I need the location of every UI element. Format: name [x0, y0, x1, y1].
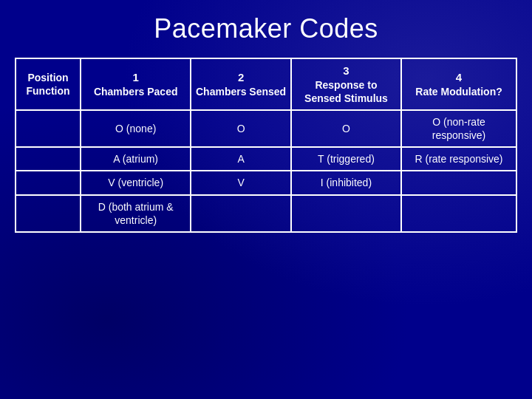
row3-col3 — [291, 195, 401, 232]
row3-col1: D (both atrium & ventricle) — [81, 195, 191, 232]
page-title: Pacemaker Codes — [154, 13, 378, 44]
header-row: Position Function 1 Chambers Paced 2 Cha… — [16, 58, 516, 110]
pacemaker-codes-table: Position Function 1 Chambers Paced 2 Cha… — [15, 58, 517, 233]
header-col2: 2 Chambers Sensed — [191, 58, 291, 110]
row0-col2: O — [191, 110, 291, 147]
row2-col2: V — [191, 171, 291, 194]
header-col1: 1 Chambers Paced — [81, 58, 191, 110]
table-wrapper: Position Function 1 Chambers Paced 2 Cha… — [15, 58, 517, 233]
table-row: O (none) O O O (non-rate responsive) — [16, 110, 516, 147]
row1-col1: A (atrium) — [81, 147, 191, 171]
table-row: V (ventricle) V I (inhibited) — [16, 171, 516, 194]
row3-col2 — [191, 195, 291, 232]
row0-col3: O — [291, 110, 401, 147]
row2-col0 — [16, 171, 81, 194]
row1-col3: T (triggered) — [291, 147, 401, 171]
row0-col0 — [16, 110, 81, 147]
row2-col3: I (inhibited) — [291, 171, 401, 194]
table-row: D (both atrium & ventricle) — [16, 195, 516, 232]
header-position-function: Position Function — [16, 58, 81, 110]
row2-col1: V (ventricle) — [81, 171, 191, 194]
row0-col4: O (non-rate responsive) — [401, 110, 516, 147]
row2-col4 — [401, 171, 516, 194]
row1-col4: R (rate responsive) — [401, 147, 516, 171]
row1-col2: A — [191, 147, 291, 171]
row3-col0 — [16, 195, 81, 232]
header-col3: 3 Response to Sensed Stimulus — [291, 58, 401, 110]
page-container: Pacemaker Codes Position Function 1 — [0, 0, 532, 399]
table-row: A (atrium) A T (triggered) R (rate respo… — [16, 147, 516, 171]
row0-col1: O (none) — [81, 110, 191, 147]
row3-col4 — [401, 195, 516, 232]
row1-col0 — [16, 147, 81, 171]
header-col4: 4 Rate Modulation? — [401, 58, 516, 110]
